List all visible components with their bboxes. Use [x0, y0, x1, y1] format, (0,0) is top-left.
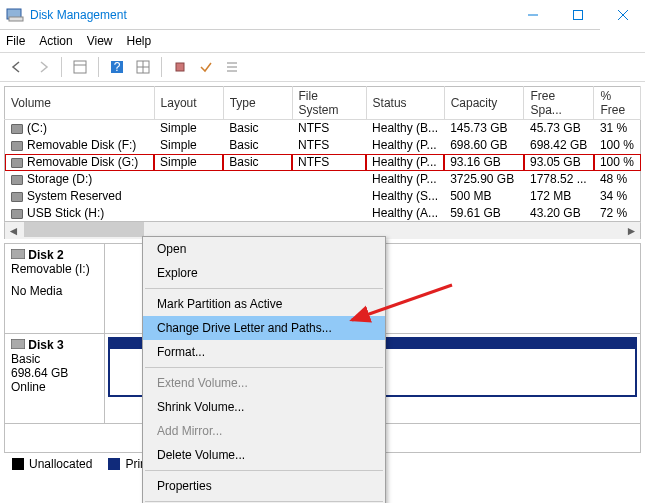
content: Volume Layout Type File System Status Ca…	[0, 82, 645, 478]
legend-swatch-unallocated	[12, 458, 24, 470]
ctx-change-drive-letter[interactable]: Change Drive Letter and Paths...	[143, 316, 385, 340]
col-type[interactable]: Type	[223, 87, 292, 120]
disk-icon	[11, 338, 28, 352]
disk-info: Online	[11, 380, 98, 394]
legend-swatch-primary	[108, 458, 120, 470]
check-button[interactable]	[195, 56, 217, 78]
svg-rect-1	[9, 17, 23, 21]
menu-file[interactable]: File	[6, 34, 25, 48]
window-title: Disk Management	[30, 8, 510, 22]
disk-info: No Media	[11, 284, 98, 298]
context-menu: Open Explore Mark Partition as Active Ch…	[142, 236, 386, 503]
volume-icon	[11, 158, 23, 168]
col-layout[interactable]: Layout	[154, 87, 223, 120]
maximize-button[interactable]	[555, 0, 600, 30]
svg-rect-17	[11, 249, 25, 259]
legend-unallocated: Unallocated	[29, 457, 92, 471]
disk-title: Disk 3	[28, 338, 63, 352]
disk-info: Removable (I:)	[11, 262, 98, 276]
back-button[interactable]	[6, 56, 28, 78]
volume-icon	[11, 192, 23, 202]
svg-rect-13	[176, 63, 184, 71]
app-icon	[6, 6, 24, 24]
list-button[interactable]	[221, 56, 243, 78]
scroll-thumb[interactable]	[24, 222, 144, 237]
scroll-left-icon[interactable]: ◄	[5, 222, 22, 239]
table-row[interactable]: System ReservedHealthy (S...500 MB172 MB…	[5, 188, 641, 205]
disk-header: Disk 2 Removable (I:) No Media	[5, 244, 105, 333]
ctx-add-mirror: Add Mirror...	[143, 419, 385, 443]
ctx-format[interactable]: Format...	[143, 340, 385, 364]
disk-info: Basic	[11, 352, 98, 366]
volume-icon	[11, 175, 23, 185]
svg-rect-18	[11, 339, 25, 349]
disk-info: 698.64 GB	[11, 366, 98, 380]
menu-view[interactable]: View	[87, 34, 113, 48]
disk-header: Disk 3 Basic 698.64 GB Online	[5, 334, 105, 423]
ctx-properties[interactable]: Properties	[143, 474, 385, 498]
col-status[interactable]: Status	[366, 87, 444, 120]
menu-help[interactable]: Help	[127, 34, 152, 48]
svg-text:?: ?	[114, 60, 121, 74]
col-free[interactable]: Free Spa...	[524, 87, 594, 120]
scroll-right-icon[interactable]: ►	[623, 222, 640, 239]
volume-icon	[11, 141, 23, 151]
menubar: File Action View Help	[0, 30, 645, 52]
col-filesystem[interactable]: File System	[292, 87, 366, 120]
table-row[interactable]: Storage (D:)Healthy (P...3725.90 GB1778.…	[5, 171, 641, 188]
minimize-button[interactable]	[510, 0, 555, 30]
col-percent[interactable]: % Free	[594, 87, 641, 120]
ctx-delete-volume[interactable]: Delete Volume...	[143, 443, 385, 467]
table-row[interactable]: (C:)SimpleBasicNTFSHealthy (B...145.73 G…	[5, 120, 641, 137]
volume-table[interactable]: Volume Layout Type File System Status Ca…	[4, 86, 641, 222]
svg-rect-6	[74, 61, 86, 73]
close-button[interactable]	[600, 0, 645, 30]
table-row[interactable]: Removable Disk (F:)SimpleBasicNTFSHealth…	[5, 137, 641, 154]
ctx-extend-volume: Extend Volume...	[143, 371, 385, 395]
svg-rect-3	[573, 10, 582, 19]
settings-button[interactable]	[169, 56, 191, 78]
disk-title: Disk 2	[28, 248, 63, 262]
table-row[interactable]: Removable Disk (G:)SimpleBasicNTFSHealth…	[5, 154, 641, 171]
view-toggle-button[interactable]	[69, 56, 91, 78]
toolbar: ?	[0, 52, 645, 82]
ctx-open[interactable]: Open	[143, 237, 385, 261]
volume-icon	[11, 209, 23, 219]
help-button[interactable]: ?	[106, 56, 128, 78]
volume-icon	[11, 124, 23, 134]
forward-button[interactable]	[32, 56, 54, 78]
ctx-explore[interactable]: Explore	[143, 261, 385, 285]
disk-icon	[11, 248, 28, 262]
ctx-shrink-volume[interactable]: Shrink Volume...	[143, 395, 385, 419]
ctx-mark-active[interactable]: Mark Partition as Active	[143, 292, 385, 316]
menu-action[interactable]: Action	[39, 34, 72, 48]
refresh-button[interactable]	[132, 56, 154, 78]
titlebar: Disk Management	[0, 0, 645, 30]
table-row[interactable]: USB Stick (H:)Healthy (A...59.61 GB43.20…	[5, 205, 641, 222]
col-capacity[interactable]: Capacity	[444, 87, 524, 120]
col-volume[interactable]: Volume	[5, 87, 155, 120]
